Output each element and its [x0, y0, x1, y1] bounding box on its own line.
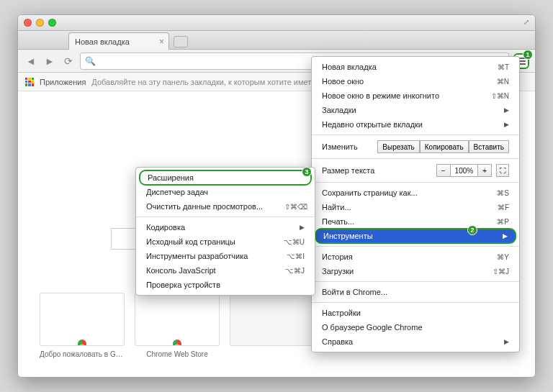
zoom-in-button[interactable]: + — [477, 164, 492, 177]
menu-new-window[interactable]: Новое окно⌘N — [312, 74, 519, 88]
menu-find[interactable]: Найти...⌘F — [312, 200, 519, 214]
menu-separator — [136, 216, 315, 217]
search-icon: 🔍 — [85, 56, 96, 66]
close-window-button[interactable] — [24, 19, 32, 27]
zoom-window-button[interactable] — [48, 19, 56, 27]
submenu-console[interactable]: Консоль JavaScript⌥⌘J — [136, 263, 315, 278]
menu-zoom-row: Размер текста − 100% + ⛶ — [312, 162, 519, 179]
callout-badge-1: 1 — [523, 50, 533, 60]
menu-history[interactable]: История⌘Y — [312, 250, 519, 264]
submenu-clear-data[interactable]: Очистить данные просмотров...⇧⌘⌫ — [136, 199, 315, 214]
tab-title: Новая вкладка — [75, 37, 130, 46]
menu-recent-tabs[interactable]: Недавно открытые вкладки▶ — [312, 117, 519, 132]
submenu-encoding[interactable]: Кодировка▶ — [136, 220, 315, 234]
tab-new[interactable]: Новая вкладка × — [68, 32, 169, 50]
menu-about[interactable]: О браузере Google Chrome — [312, 320, 519, 334]
menu-tools[interactable]: Инструменты▶ 2 — [315, 228, 516, 244]
menu-edit-row: Изменить Вырезать Копировать Вставить — [312, 138, 519, 155]
cut-button[interactable]: Вырезать — [377, 140, 419, 153]
menu-separator — [312, 158, 519, 159]
paste-button[interactable]: Вставить — [469, 140, 509, 153]
tab-strip: Новая вкладка × — [18, 31, 535, 50]
forward-button[interactable]: ► — [42, 54, 57, 68]
fullscreen-icon[interactable]: ⤢ — [523, 18, 529, 26]
thumb-webstore[interactable]: Chrome Web Store — [135, 293, 220, 358]
new-tab-button[interactable] — [174, 36, 188, 47]
callout-badge-3: 3 — [302, 167, 312, 177]
zoom-value: 100% — [451, 164, 478, 177]
submenu-devtools[interactable]: Инструменты разработчика⌥⌘I — [136, 249, 315, 263]
titlebar: ⤢ — [18, 15, 535, 31]
zoom-out-button[interactable]: − — [436, 164, 451, 177]
thumb-empty[interactable] — [230, 293, 315, 358]
close-tab-icon[interactable]: × — [159, 37, 164, 47]
menu-new-tab[interactable]: Новая вкладка⌘T — [312, 60, 519, 74]
menu-help[interactable]: Справка▶ — [312, 334, 519, 349]
minimize-window-button[interactable] — [36, 19, 44, 27]
back-button[interactable]: ◄ — [24, 54, 38, 68]
menu-print[interactable]: Печать...⌘P — [312, 214, 519, 229]
copy-button[interactable]: Копировать — [420, 140, 469, 153]
menu-separator — [312, 182, 519, 183]
menu-separator — [312, 246, 519, 247]
menu-settings[interactable]: Настройки — [312, 306, 519, 320]
menu-signin[interactable]: Войти в Chrome... — [312, 285, 519, 299]
menu-incognito[interactable]: Новое окно в режиме инкогнито⇧⌘N — [312, 88, 519, 103]
reload-button[interactable]: ⟳ — [61, 54, 76, 68]
main-menu: Новая вкладка⌘T Новое окно⌘N Новое окно … — [311, 56, 520, 352]
menu-separator — [312, 281, 519, 282]
tools-submenu: Расширения 3 Диспетчер задач Очистить да… — [135, 167, 315, 296]
submenu-view-source[interactable]: Исходный код страницы⌥⌘U — [136, 234, 315, 249]
apps-icon[interactable] — [25, 78, 34, 86]
menu-bookmarks[interactable]: Закладки▶ — [312, 103, 519, 117]
submenu-inspect-devices[interactable]: Проверка устройств — [136, 278, 315, 292]
submenu-extensions[interactable]: Расширения 3 — [139, 170, 312, 186]
submenu-task-manager[interactable]: Диспетчер задач — [136, 185, 315, 199]
window-controls — [24, 19, 56, 27]
fullscreen-button[interactable]: ⛶ — [496, 164, 509, 177]
apps-label[interactable]: Приложения — [40, 78, 86, 86]
menu-separator — [312, 302, 519, 303]
callout-badge-2: 2 — [467, 225, 477, 235]
menu-downloads[interactable]: Загрузки⇧⌘J — [312, 264, 519, 278]
menu-save-page[interactable]: Сохранить страницу как...⌘S — [312, 186, 519, 200]
thumb-welcome[interactable]: Добро пожаловать в Go... — [40, 293, 125, 358]
menu-separator — [312, 135, 519, 135]
